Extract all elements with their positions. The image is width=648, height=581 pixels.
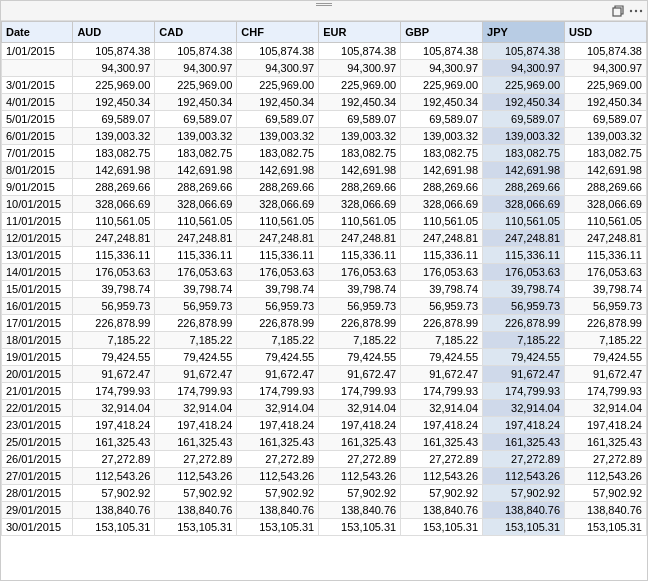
cell-usd: 139,003.32 xyxy=(565,128,647,145)
cell-jpy: 139,003.32 xyxy=(483,128,565,145)
table-row: 12/01/2015247,248.81247,248.81247,248.81… xyxy=(2,230,647,247)
cell-chf: 112,543.26 xyxy=(237,468,319,485)
table-row: 14/01/2015176,053.63176,053.63176,053.63… xyxy=(2,264,647,281)
cell-date xyxy=(2,60,73,77)
cell-chf: 138,840.76 xyxy=(237,502,319,519)
cell-eur: 225,969.00 xyxy=(319,77,401,94)
table-row: 29/01/2015138,840.76138,840.76138,840.76… xyxy=(2,502,647,519)
restore-icon[interactable] xyxy=(611,4,625,18)
cell-gbp: 115,336.11 xyxy=(401,247,483,264)
cell-cad: 94,300.97 xyxy=(155,60,237,77)
cell-jpy: 142,691.98 xyxy=(483,162,565,179)
cell-eur: 142,691.98 xyxy=(319,162,401,179)
cell-gbp: 174,799.93 xyxy=(401,383,483,400)
cell-usd: 39,798.74 xyxy=(565,281,647,298)
cell-jpy: 153,105.31 xyxy=(483,519,565,536)
cell-usd: 138,840.76 xyxy=(565,502,647,519)
cell-date: 26/01/2015 xyxy=(2,451,73,468)
cell-jpy: 94,300.97 xyxy=(483,60,565,77)
cell-gbp: 138,840.76 xyxy=(401,502,483,519)
table-row: 6/01/2015139,003.32139,003.32139,003.321… xyxy=(2,128,647,145)
cell-eur: 176,053.63 xyxy=(319,264,401,281)
cell-cad: 79,424.55 xyxy=(155,349,237,366)
svg-point-1 xyxy=(630,9,632,11)
cell-date: 9/01/2015 xyxy=(2,179,73,196)
cell-jpy: 115,336.11 xyxy=(483,247,565,264)
table-row: 13/01/2015115,336.11115,336.11115,336.11… xyxy=(2,247,647,264)
cell-aud: 7,185.22 xyxy=(73,332,155,349)
cell-chf: 115,336.11 xyxy=(237,247,319,264)
cell-cad: 105,874.38 xyxy=(155,43,237,60)
cell-gbp: 56,959.73 xyxy=(401,298,483,315)
cell-cad: 142,691.98 xyxy=(155,162,237,179)
cell-date: 11/01/2015 xyxy=(2,213,73,230)
cell-date: 6/01/2015 xyxy=(2,128,73,145)
cell-usd: 110,561.05 xyxy=(565,213,647,230)
cell-cad: 225,969.00 xyxy=(155,77,237,94)
cell-eur: 56,959.73 xyxy=(319,298,401,315)
cell-date: 27/01/2015 xyxy=(2,468,73,485)
cell-chf: 288,269.66 xyxy=(237,179,319,196)
scrollable-area[interactable]: Date AUD CAD CHF EUR GBP JPY USD 1/01/20… xyxy=(1,21,647,580)
col-header-gbp[interactable]: GBP xyxy=(401,22,483,43)
cell-usd: 112,543.26 xyxy=(565,468,647,485)
cell-aud: 32,914.04 xyxy=(73,400,155,417)
cell-chf: 161,325.43 xyxy=(237,434,319,451)
cell-aud: 110,561.05 xyxy=(73,213,155,230)
cell-date: 17/01/2015 xyxy=(2,315,73,332)
more-options-icon[interactable] xyxy=(629,4,643,18)
cell-gbp: 197,418.24 xyxy=(401,417,483,434)
cell-jpy: 69,589.07 xyxy=(483,111,565,128)
cell-chf: 27,272.89 xyxy=(237,451,319,468)
cell-aud: 142,691.98 xyxy=(73,162,155,179)
cell-aud: 197,418.24 xyxy=(73,417,155,434)
col-header-chf[interactable]: CHF xyxy=(237,22,319,43)
cell-usd: 94,300.97 xyxy=(565,60,647,77)
cell-aud: 39,798.74 xyxy=(73,281,155,298)
cell-gbp: 110,561.05 xyxy=(401,213,483,230)
cell-jpy: 225,969.00 xyxy=(483,77,565,94)
cell-gbp: 91,672.47 xyxy=(401,366,483,383)
cell-gbp: 32,914.04 xyxy=(401,400,483,417)
col-header-usd[interactable]: USD xyxy=(565,22,647,43)
cell-cad: 161,325.43 xyxy=(155,434,237,451)
cell-gbp: 153,105.31 xyxy=(401,519,483,536)
cell-usd: 57,902.92 xyxy=(565,485,647,502)
cell-jpy: 288,269.66 xyxy=(483,179,565,196)
cell-gbp: 226,878.99 xyxy=(401,315,483,332)
cell-jpy: 138,840.76 xyxy=(483,502,565,519)
cell-chf: 94,300.97 xyxy=(237,60,319,77)
cell-chf: 174,799.93 xyxy=(237,383,319,400)
cell-cad: 138,840.76 xyxy=(155,502,237,519)
cell-aud: 176,053.63 xyxy=(73,264,155,281)
cell-gbp: 161,325.43 xyxy=(401,434,483,451)
col-header-date[interactable]: Date xyxy=(2,22,73,43)
col-header-cad[interactable]: CAD xyxy=(155,22,237,43)
cell-aud: 91,672.47 xyxy=(73,366,155,383)
cell-chf: 57,902.92 xyxy=(237,485,319,502)
col-header-aud[interactable]: AUD xyxy=(73,22,155,43)
cell-cad: 192,450.34 xyxy=(155,94,237,111)
cell-gbp: 79,424.55 xyxy=(401,349,483,366)
cell-usd: 105,874.38 xyxy=(565,43,647,60)
col-header-jpy[interactable]: JPY xyxy=(483,22,565,43)
cell-chf: 225,969.00 xyxy=(237,77,319,94)
cell-chf: 176,053.63 xyxy=(237,264,319,281)
cell-jpy: 105,874.38 xyxy=(483,43,565,60)
cell-eur: 39,798.74 xyxy=(319,281,401,298)
cell-usd: 32,914.04 xyxy=(565,400,647,417)
cell-date: 1/01/2015 xyxy=(2,43,73,60)
cell-chf: 7,185.22 xyxy=(237,332,319,349)
cell-usd: 142,691.98 xyxy=(565,162,647,179)
cell-eur: 161,325.43 xyxy=(319,434,401,451)
cell-aud: 69,589.07 xyxy=(73,111,155,128)
cell-cad: 69,589.07 xyxy=(155,111,237,128)
cell-cad: 115,336.11 xyxy=(155,247,237,264)
cell-aud: 225,969.00 xyxy=(73,77,155,94)
col-header-eur[interactable]: EUR xyxy=(319,22,401,43)
cell-eur: 57,902.92 xyxy=(319,485,401,502)
drag-handle[interactable] xyxy=(314,1,334,7)
cell-cad: 7,185.22 xyxy=(155,332,237,349)
cell-usd: 288,269.66 xyxy=(565,179,647,196)
cell-eur: 7,185.22 xyxy=(319,332,401,349)
